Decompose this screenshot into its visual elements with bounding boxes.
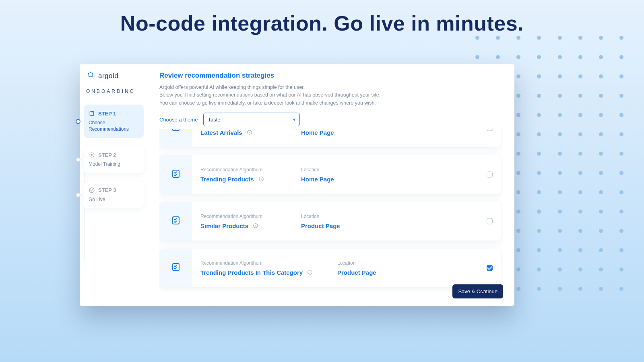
location-value: Product Page	[337, 269, 376, 276]
step-ring-icon	[76, 193, 80, 197]
recommendation-card: Recommendation Algorithum Latest Arrival…	[159, 129, 501, 147]
page-title: Review recommendation strategies	[159, 72, 503, 80]
algo-value: Similar Products	[200, 222, 248, 229]
location-value: Home Page	[301, 176, 334, 183]
card-icon-panel	[159, 155, 192, 194]
recommendation-card: Recommendation Algorithum Trending Produ…	[159, 155, 501, 194]
algo-value: Trending Products	[200, 176, 254, 183]
card-icon-panel	[159, 202, 192, 241]
checklist-icon	[171, 129, 181, 134]
check-circle-icon	[89, 187, 95, 193]
algo-value: Latest Arrivals	[200, 129, 242, 136]
info-icon[interactable]	[307, 269, 313, 276]
svg-point-6	[91, 154, 93, 156]
app-window: argoid ONBOARDING STEP 1 Choose Recommen…	[80, 64, 514, 306]
save-continue-button[interactable]: Save & Continue	[452, 284, 503, 298]
card-icon-panel	[159, 249, 192, 287]
step-1-label: STEP 1	[98, 111, 116, 117]
location-value: Home Page	[301, 129, 334, 136]
page-description: Argoid offers powerful AI while keeping …	[159, 84, 433, 107]
algo-label: Recommendation Algorithum	[200, 214, 285, 219]
svg-point-7	[89, 188, 94, 193]
brand-logo-icon	[86, 71, 95, 81]
theme-value: Taste	[208, 117, 220, 123]
sidebar-section-label: ONBOARDING	[84, 88, 144, 94]
gear-icon	[89, 152, 95, 158]
location-label: Location	[337, 260, 422, 266]
svg-rect-8	[173, 129, 179, 131]
brand: argoid	[84, 71, 144, 81]
step-2-label: STEP 2	[98, 152, 116, 158]
step-1[interactable]: STEP 1 Choose Recommendations	[84, 105, 144, 138]
step-ring-icon	[76, 119, 80, 124]
location-value: Product Page	[301, 222, 340, 229]
recommendation-list: Recommendation Algorithum Latest Arrival…	[159, 129, 503, 298]
chevron-down-icon: ▾	[293, 117, 295, 122]
step-ring-icon	[76, 157, 80, 162]
svg-rect-10	[173, 170, 179, 177]
clipboard-icon	[89, 110, 95, 117]
recommendation-card: Recommendation Algorithum Similar Produc…	[159, 202, 501, 241]
card-checkbox[interactable]	[487, 218, 493, 224]
info-icon[interactable]	[252, 222, 259, 229]
desc-line-2: Below you'll find setting recommendation…	[159, 91, 433, 99]
info-icon[interactable]	[258, 176, 264, 182]
checklist-icon	[171, 169, 181, 180]
algo-label: Recommendation Algorithum	[200, 260, 321, 266]
svg-rect-14	[173, 263, 179, 271]
location-label: Location	[301, 214, 386, 219]
svg-rect-12	[173, 217, 179, 224]
theme-label: Choose a theme	[159, 117, 198, 123]
desc-line-3: You can choose to go live immediately, o…	[159, 99, 433, 107]
hero-headline: No-code integration. Go live in minutes.	[0, 11, 644, 35]
step-2[interactable]: STEP 2 Model Training	[84, 146, 144, 173]
brand-name: argoid	[98, 72, 118, 80]
theme-select[interactable]: Taste ▾	[203, 113, 300, 126]
desc-line-1: Argoid offers powerful AI while keeping …	[159, 84, 433, 91]
step-2-sub: Model Training	[89, 161, 139, 168]
step-3-label: STEP 3	[98, 187, 116, 193]
theme-row: Choose a theme Taste ▾	[159, 113, 503, 126]
sidebar: argoid ONBOARDING STEP 1 Choose Recommen…	[80, 64, 148, 306]
card-icon-panel	[159, 129, 192, 147]
step-3-sub: Go Live	[89, 197, 139, 203]
main-panel: Review recommendation strategies Argoid …	[148, 64, 514, 306]
card-checkbox[interactable]	[487, 129, 493, 131]
algo-value: Trending Products In This Category	[200, 269, 303, 276]
card-checkbox[interactable]	[487, 172, 493, 178]
card-checkbox[interactable]	[487, 265, 493, 271]
info-icon[interactable]	[246, 129, 253, 136]
recommendation-card: Recommendation Algorithum Trending Produ…	[159, 249, 501, 287]
checklist-icon	[171, 216, 181, 227]
step-3[interactable]: STEP 3 Go Live	[84, 181, 144, 209]
step-list: STEP 1 Choose Recommendations STEP 2 Mod…	[84, 105, 144, 208]
checklist-icon	[171, 262, 181, 274]
step-1-sub: Choose Recommendations	[89, 120, 139, 132]
location-label: Location	[301, 167, 386, 173]
algo-label: Recommendation Algorithum	[200, 167, 285, 173]
